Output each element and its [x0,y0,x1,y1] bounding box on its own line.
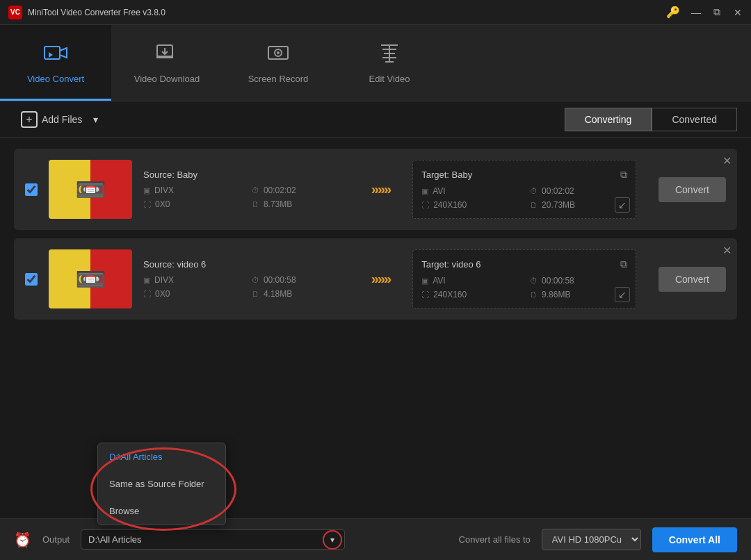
convert-all-button[interactable]: Convert All [652,527,737,552]
cassette-icon: 📼 [75,175,106,204]
add-files-dropdown-button[interactable]: ▾ [89,108,102,131]
duration-icon: ⏱ [252,186,259,195]
convert-arrow-2: »»» [360,271,401,287]
minimize-button[interactable]: — [691,8,701,17]
title-bar-controls: 🔑 — ⧉ ✕ [666,6,743,19]
target-name-2: video 6 [452,259,481,270]
content-area: 📼 Source: Baby ▣ DIVX ⏱ 00:02:02 ⛶ 0X0 [0,138,751,339]
source-details-1: ▣ DIVX ⏱ 00:02:02 ⛶ 0X0 🗋 8.73MB [143,186,349,209]
video-convert-label: Video Convert [27,74,84,84]
edit-video-icon [377,42,402,69]
format-select[interactable]: AVI HD 1080PCu [542,529,641,550]
output-path-wrapper: ▾ [81,529,345,550]
svg-rect-0 [45,47,60,59]
source-duration-1: 00:02:02 [264,186,296,195]
add-files-label: Add Files [42,114,82,125]
restore-button[interactable]: ⧉ [712,8,722,17]
convert-button-2[interactable]: Convert [659,267,726,292]
video-download-label: Video Download [134,74,200,84]
tab-video-download[interactable]: Video Download [111,25,223,101]
output-dropdown-menu: D:\All Articles Same as Source Folder Br… [97,443,226,525]
edit-video-label: Edit Video [369,74,410,84]
file-source-info-1: Source: Baby ▣ DIVX ⏱ 00:02:02 ⛶ 0X0 🗋 [143,170,349,209]
size-icon: 🗋 [252,200,259,208]
source-format-2: DIVX [154,275,174,285]
dropdown-circle-icon: ▾ [323,530,342,550]
resize-target-button-2[interactable]: ↙ [615,287,630,302]
video-download-icon [154,42,179,69]
file-thumbnail-1: 📼 [49,160,132,219]
edit-target-button-2[interactable]: ⧉ [620,258,627,270]
source-size-2: 4.18MB [264,289,292,299]
close-card-button-2[interactable]: ✕ [722,244,732,257]
target-name-1: Baby [452,170,473,180]
converting-tab-button[interactable]: Converting [565,108,652,131]
target-duration-1: 00:02:02 [542,186,574,196]
nav-bar: Video Convert Video Download Screen Reco… [0,25,751,101]
app-logo: VC [8,6,22,19]
target-size-1: 20.73MB [542,200,575,210]
file-checkbox-1[interactable] [25,183,38,196]
file-thumbnail-2: 📼 [49,249,132,308]
output-path-input[interactable] [81,529,345,550]
tab-screen-record[interactable]: Screen Record [223,25,334,101]
target-format-icon: ▣ [421,187,428,196]
convert-arrow-1: »»» [360,181,401,197]
format-icon: ▣ [143,186,150,195]
source-resolution-1: 0X0 [155,199,170,209]
source-duration-2: 00:00:58 [264,275,296,285]
tab-video-convert[interactable]: Video Convert [0,25,111,101]
target-duration-icon: ⏱ [530,187,538,195]
screen-record-label: Screen Record [248,74,309,84]
dropdown-item-articles[interactable]: D:\All Articles [98,443,225,470]
converted-tab-button[interactable]: Converted [652,108,737,131]
svg-point-4 [277,51,280,54]
video-convert-icon [43,42,68,69]
file-source-info-2: Source: video 6 ▣ DIVX ⏱ 00:00:58 ⛶ 0X0 … [143,259,349,299]
dropdown-item-browse[interactable]: Browse [98,497,225,525]
file-card-2: 📼 Source: video 6 ▣ DIVX ⏱ 00:00:58 ⛶ 0 [14,238,737,320]
screen-record-icon [266,42,291,69]
title-bar: VC MiniTool Video Converter Free v3.8.0 … [0,0,751,25]
tab-edit-video[interactable]: Edit Video [334,25,445,101]
source-format-1: DIVX [154,186,174,195]
file-checkbox-2[interactable] [25,273,38,286]
add-files-button[interactable]: + Add Files [14,106,89,133]
target-duration-2: 00:00:58 [542,276,574,286]
target-resolution-1: 240X160 [433,200,467,210]
toolbar: + Add Files ▾ Converting Converted [0,101,751,138]
edit-target-button-1[interactable]: ⧉ [620,169,627,181]
target-format-1: AVI [433,186,445,196]
cassette-icon-2: 📼 [75,265,106,294]
target-resolution-2: 240X160 [433,290,467,299]
source-size-1: 8.73MB [264,199,292,209]
tab-group: Converting Converted [565,108,737,131]
target-details-2: ▣ AVI ⏱ 00:00:58 ⛶ 240X160 🗋 9.86MB [421,276,627,299]
output-label: Output [42,534,70,545]
plus-icon: + [21,111,38,128]
output-clock-icon: ⏰ [14,532,31,548]
source-resolution-2: 0X0 [155,289,170,299]
target-details-1: ▣ AVI ⏱ 00:02:02 ⛶ 240X160 🗋 20.73MB [421,186,627,210]
file-card: 📼 Source: Baby ▣ DIVX ⏱ 00:02:02 ⛶ 0X0 [14,149,737,230]
target-info-1: Target: Baby ⧉ ▣ AVI ⏱ 00:02:02 ⛶ 240X16… [412,160,636,219]
source-name-1: Baby [177,170,197,180]
target-resolution-icon: ⛶ [421,201,429,209]
close-card-button-1[interactable]: ✕ [722,154,732,167]
convert-all-files-label: Convert all files to [459,534,531,545]
target-format-2: AVI [433,276,445,286]
close-button[interactable]: ✕ [733,8,743,17]
title-bar-left: VC MiniTool Video Converter Free v3.8.0 [8,6,165,19]
key-icon: 🔑 [666,6,680,19]
dropdown-item-same-source[interactable]: Same as Source Folder [98,470,225,497]
source-name-2: video 6 [177,259,206,270]
convert-button-1[interactable]: Convert [659,177,726,202]
target-size-icon: 🗋 [530,201,538,209]
source-details-2: ▣ DIVX ⏱ 00:00:58 ⛶ 0X0 🗋 4.18MB [143,275,349,299]
target-size-2: 9.86MB [542,290,570,299]
resolution-icon: ⛶ [143,200,151,208]
target-info-2: Target: video 6 ⧉ ▣ AVI ⏱ 00:00:58 ⛶ 240… [412,249,636,308]
output-dropdown-button[interactable]: ▾ [323,530,342,550]
app-title: MiniTool Video Converter Free v3.8.0 [28,8,165,17]
resize-target-button-1[interactable]: ↙ [615,197,630,213]
